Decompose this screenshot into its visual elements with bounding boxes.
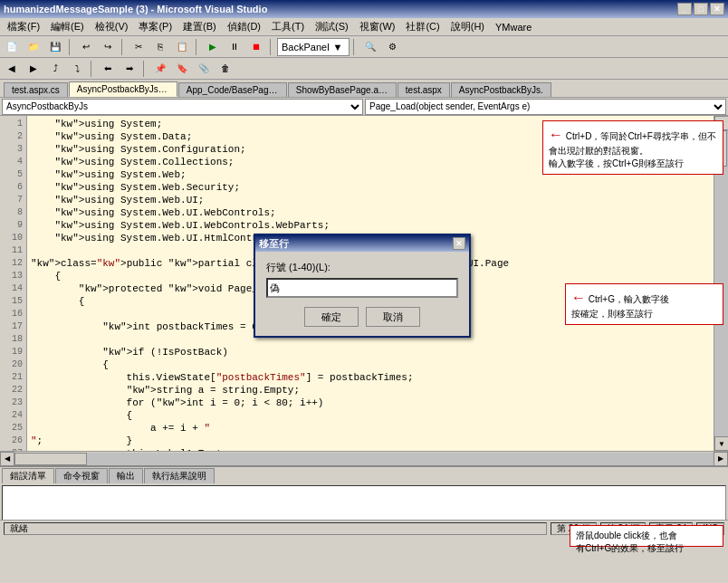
toolbar2-btn7[interactable]: 📌	[150, 60, 170, 78]
code-line-6: "kw">using System.Web.Security;	[31, 181, 710, 194]
menu-ymware[interactable]: YMware	[490, 20, 537, 34]
dialog-title-text: 移至行	[259, 237, 289, 251]
toolbar-1: 📄 📁 💾 ↩ ↪ ✂ ⎘ 📋 ▶ ⏸ ⏹ BackPanel ▼ 🔍 ⚙	[0, 36, 728, 58]
line-number-13: 13	[0, 270, 26, 282]
menu-file[interactable]: 檔案(F)	[2, 18, 45, 35]
tab-0[interactable]: test.aspx.cs	[4, 82, 68, 97]
menu-bar: 檔案(F) 編輯(E) 檢視(V) 專案(P) 建置(B) 偵錯(D) 工具(T…	[0, 18, 728, 36]
dialog-container: 移至行 ✕ 行號 (1-40)(L): 確定 取消	[254, 234, 471, 338]
line-number-1: 1	[0, 118, 26, 130]
menu-tools[interactable]: 工具(T)	[266, 18, 310, 35]
line-number-2: 2	[0, 130, 26, 143]
dialog-ok-button[interactable]: 確定	[304, 307, 359, 327]
tab-1[interactable]: AsyncPostbackByJs.aspx.cs	[69, 81, 177, 97]
pause-btn[interactable]: ⏸	[225, 38, 244, 56]
cut-btn[interactable]: ✂	[129, 38, 148, 56]
line-number-19: 19	[0, 346, 26, 358]
maximize-button[interactable]: □	[694, 3, 708, 15]
dialog-input[interactable]	[266, 278, 458, 298]
menu-help[interactable]: 說明(H)	[445, 18, 490, 35]
open-btn[interactable]: 📁	[24, 38, 43, 56]
menu-community[interactable]: 社群(C)	[400, 18, 445, 35]
scroll-h-track[interactable]	[14, 453, 714, 465]
horizontal-scrollbar[interactable]: ◀ ▶	[0, 451, 728, 465]
dialog-close-button[interactable]: ✕	[453, 237, 465, 250]
annotation-middle: ← Ctrl+G，輸入數字後 按確定，則移至該行	[565, 283, 723, 325]
dialog-label: 行號 (1-40)(L):	[266, 261, 458, 274]
menu-project[interactable]: 專案(P)	[133, 18, 177, 35]
stop-btn[interactable]: ⏹	[246, 38, 266, 56]
redo-btn[interactable]: ↪	[98, 38, 118, 56]
btn-extra2[interactable]: ⚙	[382, 38, 402, 56]
line-number-15: 15	[0, 295, 26, 308]
toolbar2-btn1[interactable]: ◀	[2, 60, 22, 78]
new-btn[interactable]: 📄	[2, 38, 22, 56]
code-line-27: this.Label1.Text = a;	[31, 447, 710, 451]
toolbar2-btn9[interactable]: 📎	[194, 60, 214, 78]
scroll-left-btn[interactable]: ◀	[0, 452, 14, 466]
tab-3[interactable]: ShowByBasePage.aspx.cs	[288, 82, 397, 97]
goto-dialog[interactable]: 移至行 ✕ 行號 (1-40)(L): 確定 取消	[254, 234, 471, 338]
line-number-26: 26	[0, 435, 26, 447]
annotation-bottom-text: 滑鼠double click後，也會 有Ctrl+G的效果，移至該行	[576, 530, 684, 553]
toolbar2-btn8[interactable]: 🔖	[172, 60, 192, 78]
scroll-right-btn[interactable]: ▶	[714, 452, 728, 466]
panel-tab-command[interactable]: 命令視窗	[55, 468, 108, 483]
tab-5[interactable]: AsyncPostbackByJs.	[451, 82, 551, 97]
btn-extra1[interactable]: 🔍	[360, 38, 380, 56]
line-number-11: 11	[0, 244, 26, 257]
annotation-middle-arrow: ←	[571, 288, 586, 308]
sep3	[196, 39, 199, 55]
code-line-21: this.ViewState["postbackTimes"] = postba…	[31, 371, 710, 384]
sep4	[270, 39, 273, 55]
menu-window[interactable]: 視窗(W)	[354, 18, 401, 35]
code-line-19: "kw">if (!IsPostBack)	[31, 346, 710, 358]
code-line-20: {	[31, 358, 710, 371]
scroll-down-btn[interactable]: ▼	[714, 436, 728, 451]
class-selector[interactable]: AsyncPostbackByJs	[2, 99, 363, 115]
sep7	[143, 61, 147, 77]
line-numbers: 1234567891011121314151617181920212223242…	[0, 116, 27, 451]
scroll-h-thumb[interactable]	[14, 453, 87, 465]
toolbar2-btn2[interactable]: ▶	[24, 60, 43, 78]
code-line-9: "kw">using System.Web.UI.WebControls.Web…	[31, 219, 710, 232]
panel-tab-errors[interactable]: 錯誤清單	[2, 468, 54, 483]
toolbar2-btn3[interactable]: ⤴	[45, 60, 65, 78]
panel-tab-output[interactable]: 輸出	[109, 468, 143, 483]
dialog-cancel-button[interactable]: 取消	[366, 307, 420, 327]
tab-4[interactable]: test.aspx	[398, 82, 450, 97]
tab-2[interactable]: App_Code/BasePage.cs	[178, 82, 287, 97]
panel-tab-results[interactable]: 執行結果說明	[144, 468, 215, 483]
toolbar2-btn10[interactable]: 🗑	[216, 60, 235, 78]
toolbar2-btn6[interactable]: ➡	[120, 60, 139, 78]
save-btn[interactable]: 💾	[45, 38, 65, 56]
line-number-23: 23	[0, 397, 26, 409]
method-selector[interactable]: Page_Load(object sender, EventArgs e)	[365, 99, 726, 115]
line-number-22: 22	[0, 384, 26, 397]
code-line-26: }	[31, 435, 710, 447]
start-btn[interactable]: ▶	[203, 38, 223, 56]
title-bar-buttons[interactable]: _ □ ✕	[677, 3, 724, 15]
close-button[interactable]: ✕	[710, 3, 724, 15]
undo-btn[interactable]: ↩	[76, 38, 96, 56]
line-number-27: 27	[0, 447, 26, 451]
menu-build[interactable]: 建置(B)	[177, 18, 222, 35]
toolbar2-btn4[interactable]: ⤵	[67, 60, 87, 78]
menu-view[interactable]: 檢視(V)	[90, 18, 134, 35]
menu-test[interactable]: 測試(S)	[310, 18, 354, 35]
copy-btn[interactable]: ⎘	[150, 38, 170, 56]
toolbar2-btn5[interactable]: ⬅	[98, 60, 118, 78]
menu-edit[interactable]: 編輯(E)	[45, 18, 90, 35]
minimize-button[interactable]: _	[677, 3, 692, 15]
code-line-24: {	[31, 409, 710, 422]
line-number-20: 20	[0, 358, 26, 371]
function-bar: AsyncPostbackByJs Page_Load(object sende…	[0, 98, 728, 116]
line-number-7: 7	[0, 194, 26, 206]
line-number-21: 21	[0, 371, 26, 384]
line-number-17: 17	[0, 320, 26, 333]
paste-btn[interactable]: 📋	[172, 38, 192, 56]
dialog-title-bar: 移至行 ✕	[255, 235, 469, 252]
menu-debug[interactable]: 偵錯(D)	[222, 18, 266, 35]
config-dropdown[interactable]: BackPanel ▼	[277, 38, 350, 56]
editor-area: 1234567891011121314151617181920212223242…	[0, 116, 728, 451]
